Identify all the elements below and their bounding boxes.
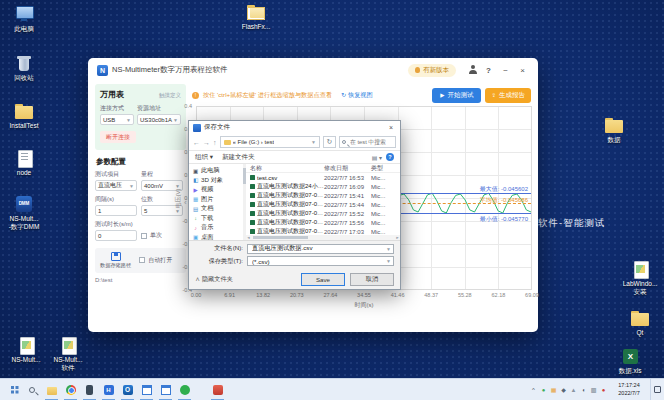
breadcrumb[interactable]: « File (G:) › test ▼ <box>220 136 321 148</box>
desktop-icon-installer[interactable]: NS-Mult... <box>6 336 46 364</box>
hide-folders-button[interactable]: ∧ 隐藏文件夹 <box>195 275 233 284</box>
user-account-icon[interactable] <box>468 65 478 75</box>
scrollbar-thumb[interactable] <box>253 236 308 239</box>
column-type[interactable]: 类型 <box>371 164 400 173</box>
file-row[interactable]: 直流电压测试数据07-07-2022-15-52-10...2022/7/7 1… <box>246 209 400 218</box>
duration-input[interactable]: 0 <box>95 230 137 241</box>
cancel-button[interactable]: 取消 <box>350 273 394 286</box>
desktop-icon-installer[interactable]: NS-Mult... 软件 <box>48 336 88 372</box>
play-icon: ▶ <box>440 92 444 98</box>
taskbar-app-file-explorer[interactable] <box>42 379 61 400</box>
new-folder-button[interactable]: 新建文件夹 <box>222 153 255 162</box>
search-input[interactable] <box>348 138 393 146</box>
tree-item-video[interactable]: ▶视频 <box>192 185 243 195</box>
tree-item-cube[interactable]: ◧3D 对象 <box>192 176 243 186</box>
tree-item-pc[interactable]: ▣此电脑 <box>192 166 243 176</box>
tray-update-icon[interactable]: ▦ <box>549 386 558 393</box>
desktop-icon-this-pc[interactable]: 此电脑 <box>4 5 44 33</box>
interval-input[interactable]: 1 <box>95 205 137 216</box>
tree-item-music[interactable]: ♪音乐 <box>192 223 243 233</box>
define-link[interactable]: 触摸定义 <box>159 92 181 99</box>
search-icon <box>29 387 35 393</box>
file-row[interactable]: 直流电压测试数据07-07-2022-17-03-40...2022/7/7 1… <box>246 227 400 235</box>
desktop-icon-installer[interactable]: LabWindo... 安装 <box>620 260 660 296</box>
desktop-icon-excel[interactable]: 数据.xls <box>610 347 650 375</box>
storage-path-value: D:\test <box>95 277 186 283</box>
view-mode-icon[interactable]: ▤ ▾ <box>372 154 382 161</box>
filename-input[interactable] <box>250 244 386 253</box>
desktop-icon-app-dmm[interactable]: NS-Mult... -数字DMM <box>4 195 44 231</box>
help-icon[interactable]: ? <box>482 66 495 75</box>
tray-security-icon[interactable]: ◆ <box>559 386 568 393</box>
auto-open-checkbox[interactable] <box>139 257 145 263</box>
desktop-icon-folder[interactable]: InstallTest <box>4 102 44 130</box>
taskbar-app-window-app-2[interactable] <box>156 379 175 400</box>
update-badge[interactable]: 有新版本 <box>408 64 456 77</box>
tree-item-desktop[interactable]: ▣桌面 <box>192 233 243 240</box>
back-button[interactable]: ← <box>193 139 200 146</box>
desktop-icon-folder[interactable]: 数据 <box>594 116 634 144</box>
notification-center-button[interactable] <box>650 379 664 400</box>
taskbar-app-device-app[interactable] <box>80 379 99 400</box>
start-test-button[interactable]: ▶ 开始测试 <box>432 88 481 103</box>
filename-field[interactable]: ▼ <box>247 244 394 254</box>
filetype-select[interactable]: ▼ <box>247 256 394 266</box>
desktop-icon-document[interactable]: node <box>4 149 44 177</box>
close-button[interactable]: × <box>516 66 529 75</box>
storage-path-button[interactable]: 数据存储路径 <box>100 252 131 269</box>
taskbar-app-outlook[interactable]: O <box>118 379 137 400</box>
addr-select[interactable]: US30c0b1A ▼ <box>137 114 181 125</box>
file-date: 2022/7/7 16:53 <box>324 175 371 181</box>
tray-chevron-up-icon[interactable]: ^ <box>529 387 538 393</box>
column-name[interactable]: 名称 <box>250 164 324 173</box>
file-row[interactable]: 直流电压测试数据07-07-2022-15-55-10...2022/7/7 1… <box>246 218 400 227</box>
tree-item-download[interactable]: ↓下载 <box>192 214 243 224</box>
tree-item-docs[interactable]: ▤文档 <box>192 204 243 214</box>
desktop-icon-folder[interactable]: Qt <box>620 309 660 337</box>
file-type: Mic... <box>371 184 400 190</box>
file-name: 直流电压测试数据07-07-2022-15-41-07... <box>257 191 324 200</box>
panel-collapse-handle[interactable]: ‹ <box>184 198 187 207</box>
minimize-button[interactable]: − <box>499 66 512 75</box>
tray-warning-icon[interactable]: ▲ <box>569 387 578 393</box>
tray-green-status-icon[interactable]: ● <box>539 387 548 393</box>
dialog-nav-bar: ← → ↑ « File (G:) › test ▼ ↻ <box>189 134 400 151</box>
tray-network-icon[interactable]: ▥ <box>589 386 598 393</box>
taskbar-app-red-app[interactable] <box>208 379 227 400</box>
taskbar-app-window-app-1[interactable] <box>137 379 156 400</box>
taskbar-app-chrome[interactable] <box>61 379 80 400</box>
single-checkbox[interactable] <box>141 233 147 239</box>
column-date[interactable]: 修改日期 <box>324 164 371 173</box>
start-button[interactable] <box>0 379 21 400</box>
conn-select[interactable]: USB ▼ <box>100 114 134 125</box>
tree-scrollbar[interactable] <box>243 164 246 240</box>
red-app-icon <box>213 385 223 395</box>
file-row[interactable]: 直流电压测试数据07-07-2022-15-45-11...2022/7/7 1… <box>246 200 400 209</box>
dialog-help-icon[interactable]: ? <box>386 153 394 161</box>
save-button[interactable]: Save <box>301 273 345 286</box>
disconnect-button[interactable]: 断开连接 <box>100 131 136 143</box>
file-row[interactable]: 直流电压测试数据24小时15万条数据.csv2022/7/7 16:09Mic.… <box>246 182 400 191</box>
video-icon: ▶ <box>192 187 199 193</box>
taskbar-app-blue-app[interactable]: H <box>99 379 118 400</box>
reset-view-link[interactable]: ↻ 恢复视图 <box>341 91 373 100</box>
test-item-select[interactable]: 直流电压 ▼ <box>95 180 137 191</box>
file-row[interactable]: 直流电压测试数据07-07-2022-15-41-07...2022/7/7 1… <box>246 191 400 200</box>
up-button[interactable]: ↑ <box>213 139 217 146</box>
desktop-icon-recycle-bin[interactable]: 回收站 <box>4 54 44 82</box>
file-row[interactable]: test.csv2022/7/7 16:53Mic... <box>246 173 400 182</box>
dialog-close-icon[interactable]: × <box>386 124 396 131</box>
search-box[interactable] <box>339 136 396 148</box>
refresh-button[interactable]: ↻ <box>323 136 336 148</box>
tray-volume-icon[interactable]: ◖ <box>579 387 588 393</box>
organize-menu[interactable]: 组织 ▾ <box>195 153 213 162</box>
tray-screen-app-icon[interactable]: ● <box>599 387 608 393</box>
taskbar-app-green-app[interactable] <box>175 379 194 400</box>
taskbar-search-button[interactable] <box>21 379 42 400</box>
forward-button[interactable]: → <box>203 139 210 146</box>
tree-item-picture[interactable]: ▦图片 <box>192 195 243 205</box>
taskbar-clock[interactable]: 17:17:24 2022/7/7 <box>611 382 647 396</box>
recycle-bin-icon <box>12 54 36 73</box>
desktop-icon-folder-open[interactable]: FlashFx... <box>236 3 276 31</box>
generate-report-button[interactable]: ⇪ 生成报告 <box>485 88 531 103</box>
